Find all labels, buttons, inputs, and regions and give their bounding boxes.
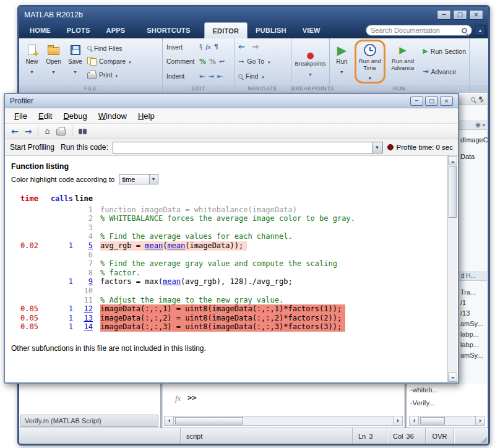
forward-icon[interactable]: → [25, 127, 32, 136]
function-link[interactable]: mean [163, 277, 181, 286]
search-icon[interactable] [471, 97, 475, 101]
minimize-icon[interactable]: ─ [437, 10, 451, 20]
maximize-icon[interactable]: □ [453, 10, 467, 20]
new-button[interactable]: New [21, 40, 43, 84]
line-number[interactable]: 9 [73, 277, 93, 286]
back-icon[interactable]: ← [11, 127, 19, 136]
scroll-down-icon[interactable] [448, 373, 457, 382]
minimize-icon[interactable]: ─ [410, 97, 423, 106]
print-icon[interactable] [56, 129, 66, 136]
forward-icon[interactable]: → [252, 42, 259, 51]
time-value [11, 296, 38, 305]
code-segment: % Find the average values for each chann… [100, 232, 293, 241]
find-binoculars-icon[interactable] [79, 129, 87, 134]
horizontal-scrollbar[interactable] [164, 416, 403, 426]
main-titlebar[interactable]: MATLAB R2012b ─ □ × [19, 7, 488, 22]
scrollbar-thumb[interactable] [449, 166, 457, 218]
group-label-edit: EDIT [163, 85, 234, 93]
run-and-time-button[interactable]: Run and Time [355, 40, 385, 84]
start-profiling-button[interactable]: Start Profiling [10, 143, 54, 152]
print-icon [87, 72, 97, 79]
time-value [11, 232, 38, 241]
comment-button[interactable]: Comment % % ↩ [166, 56, 230, 67]
chevron-down-icon[interactable] [483, 121, 485, 128]
back-icon[interactable]: ← [238, 42, 245, 51]
goto-button[interactable]: → Go To [238, 56, 287, 67]
compare-button[interactable]: Compare [87, 56, 131, 67]
save-button[interactable]: Save [64, 40, 86, 84]
window-controls: ─ □ × [437, 10, 483, 20]
search-icon[interactable] [462, 28, 467, 33]
command-prompt: >> [187, 394, 196, 402]
indent-button[interactable]: Indent ⇤ ⇥ ⇤ [166, 71, 230, 82]
chevron-down-icon [262, 72, 264, 80]
editor-status-bar[interactable]: Verify.m (MATLAB Script) [20, 415, 158, 427]
insert-button[interactable]: Insert § fx ¶ [166, 41, 230, 53]
scrollbar-thumb[interactable] [175, 417, 243, 424]
tab-view[interactable]: VIEW [295, 22, 329, 38]
scrollbar-thumb[interactable] [420, 417, 445, 424]
line-number[interactable]: 13 [73, 314, 93, 323]
run-code-combobox[interactable] [113, 142, 383, 153]
open-folder-icon [48, 47, 59, 55]
function-link[interactable]: mean [145, 241, 163, 250]
vertical-scrollbar[interactable] [447, 156, 457, 382]
profiler-titlebar[interactable]: Profiler ─ □ × [5, 94, 458, 108]
code-text [100, 223, 104, 233]
tab-apps[interactable]: APPS [98, 22, 133, 38]
horizontal-scrollbar[interactable] [409, 416, 485, 426]
run-advance-icon: ▶ [399, 44, 407, 56]
highlight-mode-select[interactable]: time [119, 174, 158, 184]
line-number[interactable]: 12 [73, 304, 93, 314]
group-label-navigate: NAVIGATE [235, 85, 291, 93]
overwrite-indicator[interactable]: OVR [425, 428, 454, 444]
panel-menu-icon[interactable]: ◉ [475, 121, 481, 128]
scroll-up-icon[interactable] [448, 156, 457, 165]
menu-edit[interactable]: Edit [33, 110, 58, 123]
function-listing-heading: Function listing [11, 162, 443, 171]
listing-footer: Other subfunctions in this file are not … [11, 344, 443, 353]
maximize-icon[interactable]: □ [425, 97, 438, 106]
home-icon[interactable]: ⌂ [45, 127, 50, 136]
line-number[interactable]: 5 [73, 241, 93, 251]
find-button[interactable]: Find [238, 71, 287, 82]
tab-shortcuts[interactable]: SHORTCUTS [139, 22, 198, 38]
scroll-left-icon[interactable] [410, 416, 419, 425]
run-button[interactable]: ▶ Run [332, 40, 352, 84]
chevron-down-icon [74, 65, 76, 71]
menu-debug[interactable]: Debug [58, 110, 92, 123]
line-number[interactable]: 14 [73, 322, 93, 332]
tab-publish[interactable]: PUBLISH [248, 22, 295, 38]
close-icon[interactable]: × [469, 10, 483, 20]
time-value [11, 259, 38, 269]
print-button[interactable]: Print [87, 69, 131, 80]
wrap-comments-icon: ↩ [219, 58, 225, 66]
find-files-button[interactable]: Find Files [87, 43, 131, 54]
chevron-down-icon[interactable] [372, 142, 382, 153]
history-item-fragment: amSy... [460, 319, 487, 329]
breakpoints-button[interactable]: ● Breakpoints [291, 38, 329, 85]
scroll-left-icon[interactable] [165, 416, 174, 425]
tab-plots[interactable]: PLOTS [59, 22, 98, 38]
menu-file[interactable]: File [9, 110, 33, 123]
tab-editor[interactable]: EDITOR [204, 22, 248, 38]
function-link[interactable]: mean [167, 241, 185, 250]
line-number: 3 [73, 223, 93, 233]
run-and-advance-button[interactable]: ▶ Run and Advance [388, 40, 418, 84]
menu-window[interactable]: Window [93, 110, 132, 123]
menu-help[interactable]: Help [132, 110, 160, 123]
open-button[interactable]: Open [43, 40, 64, 84]
scroll-right-icon[interactable] [393, 416, 402, 425]
resize-grip-icon[interactable]: ◢ [481, 435, 487, 443]
advance-button[interactable]: ⇥ Advance [423, 66, 466, 77]
calls-value: 1 [38, 241, 73, 251]
command-window-bottom[interactable]: fx >> [163, 384, 404, 428]
close-icon[interactable]: × [440, 97, 453, 106]
collapse-ribbon-button[interactable]: ▴ [475, 25, 486, 36]
run-section-button[interactable]: ▶ Run Section [423, 46, 466, 57]
scroll-right-icon[interactable] [475, 416, 484, 425]
code-line-2: 2% WHITEBALANCE forces the average image… [11, 214, 443, 223]
pin-icon[interactable] [478, 96, 484, 103]
search-documentation-input[interactable]: Search Documentation [366, 25, 472, 36]
tab-home[interactable]: HOME [22, 22, 59, 38]
